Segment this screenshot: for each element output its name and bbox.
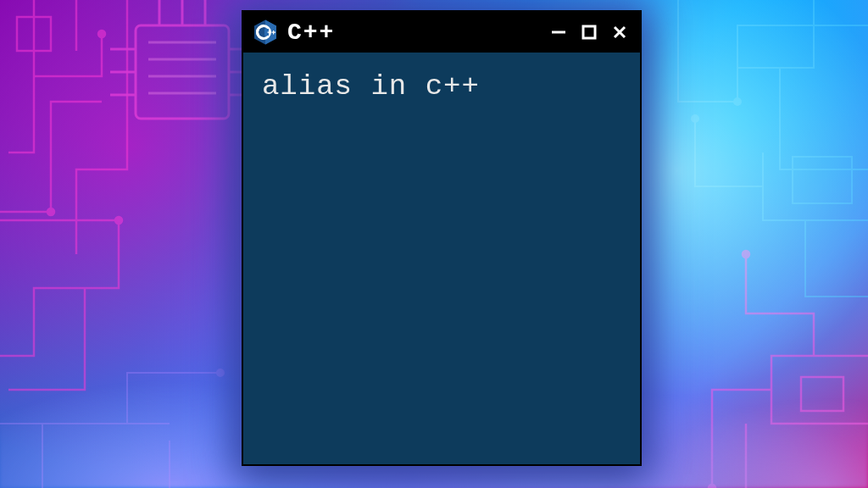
titlebar[interactable]: C++ [243,12,640,53]
svg-rect-29 [259,29,264,36]
terminal-window: C++ alias in c++ [242,10,642,466]
svg-rect-31 [268,32,272,33]
window-title: C++ [287,19,538,46]
terminal-body[interactable]: alias in c++ [243,53,640,121]
close-button[interactable] [608,20,632,44]
svg-rect-35 [583,26,595,38]
minimize-button[interactable] [547,20,570,44]
svg-rect-33 [272,32,276,33]
cpp-logo-icon [252,19,279,46]
maximize-button[interactable] [577,20,601,44]
terminal-text: alias in c++ [262,70,480,103]
window-controls [547,20,632,44]
